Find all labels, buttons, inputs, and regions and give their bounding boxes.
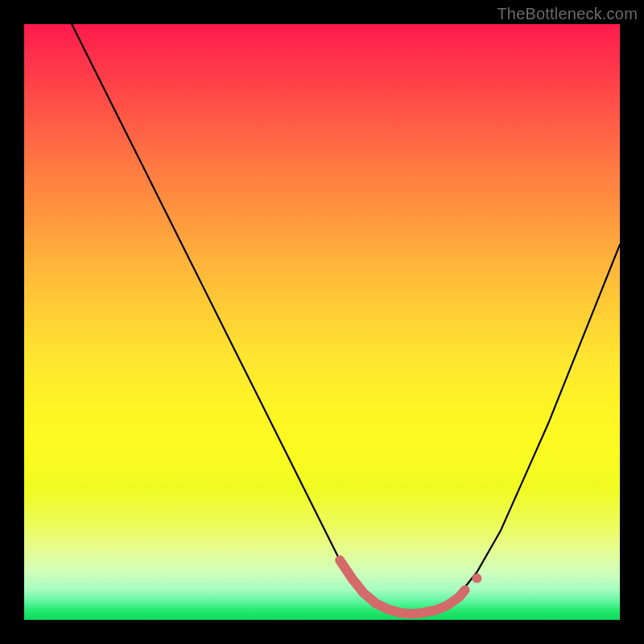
watermark-text: TheBottleneck.com bbox=[497, 5, 638, 23]
curve-svg bbox=[24, 24, 620, 620]
chart-frame: TheBottleneck.com bbox=[0, 0, 644, 644]
plot-area bbox=[24, 24, 620, 620]
optimal-zone-endpoint bbox=[472, 573, 481, 583]
optimal-zone-path bbox=[340, 560, 464, 614]
bottleneck-curve-path bbox=[24, 0, 620, 614]
